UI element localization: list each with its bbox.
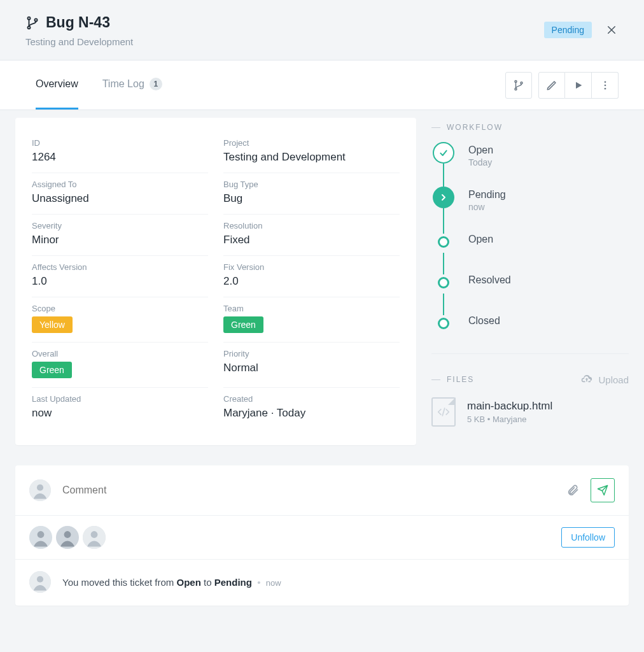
tab-timelog[interactable]: Time Log 1 [102, 60, 162, 110]
workflow-step-closed[interactable]: Closed [433, 313, 629, 334]
follower-avatar[interactable] [56, 526, 79, 549]
follower-avatar[interactable] [29, 526, 52, 549]
tab-timelog-count: 1 [150, 78, 162, 90]
header-right: Pending [544, 22, 619, 38]
activity-time: now [266, 578, 281, 588]
value-assigned: Unassigned [32, 192, 208, 205]
follower-avatars [29, 526, 109, 549]
label-project: Project [223, 138, 400, 148]
field-fix: Fix Version 2.0 [223, 256, 400, 297]
svg-marker-8 [576, 82, 582, 89]
tab-overview-label: Overview [36, 78, 78, 90]
activity-to: Pending [214, 577, 252, 588]
branch-icon [25, 16, 39, 30]
workflow-step-title: Closed [468, 315, 500, 327]
field-project: Project Testing and Development [223, 132, 400, 173]
tabbar: Overview Time Log 1 [0, 60, 644, 110]
field-affects: Affects Version 1.0 [32, 256, 208, 297]
workflow-heading-text: WORKFLOW [447, 123, 503, 132]
svg-point-22 [37, 576, 43, 583]
file-item[interactable]: main-backup.html 5 KB • Maryjane [431, 386, 629, 427]
label-affects: Affects Version [32, 262, 208, 272]
field-bugtype: Bug Type Bug [223, 173, 400, 215]
details-grid: ID 1264 Project Testing and Development … [32, 132, 400, 429]
activity-prefix: You moved this ticket from [62, 577, 177, 588]
heading-dash-icon [431, 379, 440, 380]
workflow-step-title: Resolved [468, 274, 511, 286]
dot-icon: • [257, 577, 260, 588]
workflow-step-pending-current[interactable]: Pending now [433, 187, 629, 231]
activity-mid: to [201, 577, 214, 588]
field-team: Team Green [223, 297, 400, 343]
label-scope: Scope [32, 304, 208, 313]
field-overall: Overall Green [32, 343, 208, 388]
close-button[interactable] [605, 23, 619, 37]
status-badge: Pending [544, 22, 592, 38]
workflow-step-title: Pending [468, 189, 506, 201]
label-assigned: Assigned To [32, 180, 208, 189]
label-team: Team [223, 304, 400, 313]
value-id: 1264 [32, 151, 208, 164]
field-severity: Severity Minor [32, 215, 208, 256]
play-button[interactable] [565, 72, 592, 99]
label-id: ID [32, 138, 208, 148]
workflow-list: Open Today Pending now [433, 142, 629, 334]
send-button[interactable] [591, 478, 615, 502]
workflow-step-title: Open [468, 145, 493, 156]
label-overall: Overall [32, 349, 208, 358]
value-bugtype: Bug [223, 192, 400, 205]
check-icon [433, 142, 454, 164]
comment-card: Unfollow You moved this ticket from Open… [15, 465, 629, 606]
workflow-heading: WORKFLOW [431, 118, 629, 142]
comment-input-row [15, 465, 629, 516]
svg-point-10 [604, 84, 606, 86]
workflow-step-time: now [468, 202, 506, 212]
header: Bug N-43 Testing and Development Pending [0, 0, 644, 60]
files-heading-text: FILES [447, 375, 474, 384]
workflow-step-open-done[interactable]: Open Today [433, 142, 629, 187]
svg-point-14 [37, 485, 43, 491]
workflow-step-resolved[interactable]: Resolved [433, 272, 629, 313]
value-created: Maryjane · Today [223, 407, 400, 420]
follower-avatar[interactable] [83, 526, 106, 549]
value-updated: now [32, 407, 208, 420]
workflow-section: WORKFLOW Open Today [431, 118, 629, 342]
activity-row: You moved this ticket from Open to Pendi… [15, 560, 629, 606]
label-priority: Priority [223, 349, 400, 358]
heading-dash-icon [431, 127, 440, 128]
page-subtitle: Testing and Development [25, 36, 133, 47]
comment-input[interactable] [62, 485, 555, 496]
files-heading: FILES [431, 375, 474, 384]
file-meta: 5 KB • Maryjane [467, 415, 552, 424]
activity-avatar [29, 571, 51, 593]
value-severity: Minor [32, 234, 208, 246]
edit-button[interactable] [538, 72, 565, 99]
field-assigned: Assigned To Unassigned [32, 173, 208, 215]
tab-overview[interactable]: Overview [36, 60, 78, 110]
svg-point-11 [604, 87, 606, 89]
toolbar-actions [505, 72, 619, 99]
field-id: ID 1264 [32, 132, 208, 173]
svg-point-20 [91, 531, 98, 538]
circle-icon [438, 277, 449, 288]
value-project: Testing and Development [223, 151, 400, 164]
circle-icon [438, 236, 449, 248]
main: ID 1264 Project Testing and Development … [0, 110, 644, 445]
svg-line-12 [442, 408, 444, 416]
side-panel: WORKFLOW Open Today [431, 118, 629, 434]
unfollow-button[interactable]: Unfollow [561, 527, 615, 548]
more-button[interactable] [592, 72, 619, 99]
upload-button[interactable]: Upload [580, 373, 629, 386]
tabs: Overview Time Log 1 [36, 60, 162, 110]
cloud-upload-icon [580, 373, 593, 386]
files-section: FILES Upload main-backup.html 5 KB • Mar… [431, 354, 629, 434]
value-resolution: Fixed [223, 234, 400, 246]
label-fix: Fix Version [223, 262, 400, 272]
title-row: Bug N-43 [25, 14, 133, 31]
attach-button[interactable] [566, 483, 579, 497]
workflow-step-title: Open [468, 234, 493, 245]
chevron-right-icon [433, 187, 454, 208]
workflow-step-time: Today [468, 157, 493, 167]
workflow-step-open[interactable]: Open [433, 231, 629, 272]
branch-button[interactable] [505, 72, 532, 99]
